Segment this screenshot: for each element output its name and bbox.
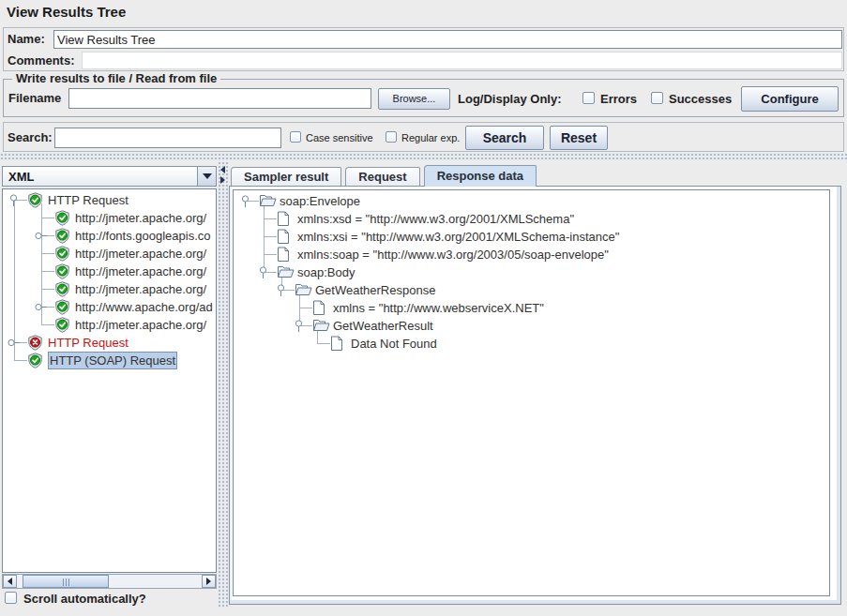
tree-node-label[interactable]: xmlns:xsi = "http://www.w3.org/2001/XMLS… [297,228,619,246]
tree-node-label[interactable]: GetWeatherResponse [315,281,435,299]
tree-node-label[interactable]: http://jmeter.apache.org/ [75,263,206,280]
result-tree-row[interactable]: http://jmeter.apache.org/ [3,280,216,298]
result-tree-row[interactable]: HTTP Request [3,191,216,209]
filename-input[interactable] [68,88,371,109]
results-tree[interactable]: HTTP Requesthttp://jmeter.apache.org/htt… [2,188,217,573]
tab-request[interactable]: Request [345,167,419,187]
result-tree-row[interactable]: http://jmeter.apache.org/ [3,263,216,280]
regular-exp-checkbox[interactable] [386,131,397,143]
errors-checkbox[interactable] [582,92,595,104]
document-icon [312,300,325,319]
xml-tree-row[interactable]: Data Not Found [234,335,829,353]
vertical-splitter[interactable] [218,161,229,608]
tree-node-label[interactable]: xmlns = "http://www.webserviceX.NET" [333,299,544,317]
tree-connector [264,218,277,219]
tree-node-label[interactable]: HTTP Request [48,191,129,209]
search-button[interactable]: Search [465,126,544,150]
regular-exp-label: Regular exp. [401,132,460,143]
chevron-down-icon[interactable] [197,167,216,186]
name-input[interactable] [53,30,842,49]
collapse-node-icon[interactable] [239,195,251,211]
result-tree-row[interactable]: http://jmeter.apache.org/ [3,245,216,263]
tree-node-label[interactable]: http://jmeter.apache.org/ [75,209,206,227]
success-shield-icon [54,317,70,336]
tree-node-label[interactable]: soap:Body [297,263,355,281]
tree-node-label[interactable]: http://jmeter.apache.org/ [75,316,206,334]
scroll-right-icon[interactable] [202,575,216,588]
result-tree-row[interactable]: http://fonts.googleapis.co [3,227,216,245]
tree-node-label[interactable]: http://fonts.googleapis.co [75,227,211,245]
browse-button[interactable]: Browse... [378,88,450,110]
tree-connector [264,236,277,237]
tree-node-label[interactable]: http://jmeter.apache.org/ [75,245,206,263]
success-shield-icon [27,353,43,371]
tree-node-label[interactable]: HTTP Request [48,334,129,352]
configure-button[interactable]: Configure [741,86,839,112]
tree-node-label[interactable]: soap:Envelope [280,192,360,210]
log-display-only-label: Log/Display Only: [458,92,562,106]
result-tree-row[interactable]: http://jmeter.apache.org/ [3,316,216,334]
result-tree-row[interactable]: http://www.apache.org/ad [3,298,216,316]
tree-node-label[interactable]: Data Not Found [351,335,437,353]
xml-tree-row[interactable]: GetWeatherResponse [234,281,829,299]
view-results-tree-window: { "window": { "title": "View Results Tre… [0,0,847,616]
expand-node-icon[interactable] [8,337,20,353]
xml-tree-row[interactable]: xmlns:xsi = "http://www.w3.org/2001/XMLS… [234,228,829,246]
xml-tree-row[interactable]: soap:Body [234,263,829,281]
result-tree-row[interactable]: HTTP (SOAP) Request [3,352,216,369]
result-tree-row[interactable]: http://jmeter.apache.org/ [3,209,216,227]
tab-response-data[interactable]: Response data [424,165,537,187]
response-data-tree[interactable]: soap:Envelopexmlns:xsd = "http://www.w3.… [233,189,830,596]
result-tree-row[interactable]: HTTP Request [3,334,216,352]
reset-button[interactable]: Reset [550,126,608,150]
tree-node-label[interactable]: GetWeatherResult [333,317,433,335]
expand-right-icon[interactable] [220,176,225,184]
success-shield-icon [54,246,70,264]
scroll-automatically-checkbox[interactable] [5,592,17,604]
tab-sampler-result[interactable]: Sampler result [231,167,341,187]
expand-node-icon[interactable] [35,230,47,246]
tree-node-label[interactable]: http://jmeter.apache.org/ [75,280,206,298]
collapse-node-icon[interactable] [8,194,20,210]
successes-checkbox[interactable] [651,92,663,104]
tree-node-label[interactable]: xmlns:soap = "http://www.w3.org/2003/05/… [297,246,609,263]
search-input[interactable] [54,128,281,148]
collapse-node-icon[interactable] [257,266,269,282]
comments-label: Comments: [8,53,75,68]
success-shield-icon [54,299,70,318]
scroll-left-icon[interactable] [3,575,17,588]
tree-node-label[interactable]: HTTP (SOAP) Request [48,352,177,369]
horizontal-scrollbar[interactable] [2,574,217,589]
xml-tree-row[interactable]: xmlns:soap = "http://www.w3.org/2003/05/… [234,246,829,263]
search-label: Search: [8,130,53,144]
expand-node-icon[interactable] [35,301,47,317]
scroll-automatically-label: Scroll automatically? [23,592,146,606]
case-sensitive-checkbox[interactable] [290,131,301,143]
comments-input[interactable] [82,52,842,69]
successes-label: Successes [669,92,732,106]
xml-tree-row[interactable]: GetWeatherResult [234,317,829,335]
success-shield-icon [54,263,70,282]
name-label: Name: [8,32,45,46]
page-title: View Results Tree [7,4,126,20]
collapse-node-icon[interactable] [293,320,305,336]
xml-tree-row[interactable]: soap:Envelope [234,192,829,210]
write-results-group: Write results to file / Read from file F… [3,79,844,117]
collapse-left-icon[interactable] [220,166,225,173]
tree-node-label[interactable]: http://www.apache.org/ad [75,298,213,316]
xml-tree-row[interactable]: xmlns = "http://www.webserviceX.NET" [234,299,829,317]
scrollbar-thumb[interactable] [23,575,109,588]
tree-connector [41,253,54,254]
renderer-combo[interactable]: XML [2,166,217,187]
success-shield-icon [27,192,43,211]
error-shield-icon [27,335,43,353]
success-shield-icon [54,210,70,229]
collapse-node-icon[interactable] [275,284,287,300]
xml-tree-row[interactable]: xmlns:xsd = "http://www.w3.org/2001/XMLS… [234,210,829,228]
tree-node-label[interactable]: xmlns:xsd = "http://www.w3.org/2001/XMLS… [297,210,574,228]
tree-connector [264,254,277,255]
tree-connector [41,271,54,272]
folder-icon [277,264,295,281]
filename-label: Filename [8,91,61,105]
horizontal-splitter[interactable] [0,153,847,161]
